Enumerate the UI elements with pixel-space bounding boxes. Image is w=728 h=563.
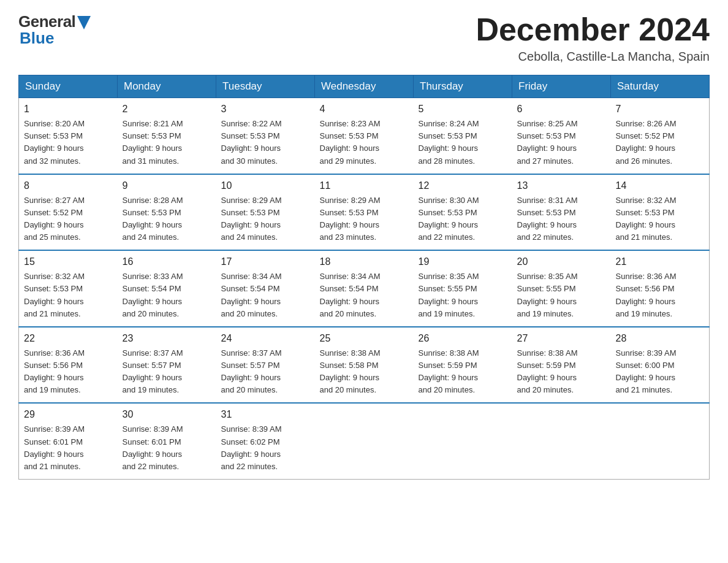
- day-number: 7: [616, 102, 705, 117]
- day-number: 20: [517, 255, 606, 269]
- day-number: 31: [221, 407, 310, 422]
- calendar-cell: 12Sunrise: 8:30 AMSunset: 5:53 PMDayligh…: [414, 174, 512, 251]
- day-number: 22: [24, 331, 113, 346]
- calendar-header-row: SundayMondayTuesdayWednesdayThursdayFrid…: [19, 75, 710, 98]
- day-number: 29: [24, 407, 113, 422]
- day-info: Sunrise: 8:39 AMSunset: 6:01 PMDaylight:…: [123, 423, 211, 473]
- calendar-week-row: 29Sunrise: 8:39 AMSunset: 6:01 PMDayligh…: [19, 403, 710, 479]
- day-info: Sunrise: 8:21 AMSunset: 5:53 PMDaylight:…: [123, 118, 211, 167]
- calendar-cell: 18Sunrise: 8:34 AMSunset: 5:54 PMDayligh…: [315, 250, 414, 327]
- location-subtitle: Cebolla, Castille-La Mancha, Spain: [476, 50, 710, 64]
- col-header-tuesday: Tuesday: [216, 75, 315, 98]
- calendar-cell: 26Sunrise: 8:38 AMSunset: 5:59 PMDayligh…: [414, 327, 512, 404]
- day-info: Sunrise: 8:32 AMSunset: 5:53 PMDaylight:…: [24, 270, 113, 320]
- calendar-cell: 3Sunrise: 8:22 AMSunset: 5:53 PMDaylight…: [216, 98, 315, 174]
- calendar-cell: 10Sunrise: 8:29 AMSunset: 5:53 PMDayligh…: [216, 174, 315, 251]
- calendar-cell: 1Sunrise: 8:20 AMSunset: 5:53 PMDaylight…: [19, 98, 118, 174]
- col-header-wednesday: Wednesday: [315, 75, 414, 98]
- calendar-cell: 31Sunrise: 8:39 AMSunset: 6:02 PMDayligh…: [216, 403, 315, 479]
- calendar-cell: 24Sunrise: 8:37 AMSunset: 5:57 PMDayligh…: [216, 327, 315, 404]
- day-number: 25: [320, 331, 409, 346]
- day-info: Sunrise: 8:32 AMSunset: 5:53 PMDaylight:…: [616, 194, 705, 244]
- day-info: Sunrise: 8:27 AMSunset: 5:52 PMDaylight:…: [24, 194, 113, 244]
- day-info: Sunrise: 8:38 AMSunset: 5:58 PMDaylight:…: [320, 347, 409, 397]
- calendar-cell: 13Sunrise: 8:31 AMSunset: 5:53 PMDayligh…: [512, 174, 611, 251]
- day-info: Sunrise: 8:35 AMSunset: 5:55 PMDaylight:…: [517, 270, 606, 320]
- day-number: 23: [123, 331, 211, 346]
- day-number: 12: [419, 178, 507, 193]
- calendar-week-row: 1Sunrise: 8:20 AMSunset: 5:53 PMDaylight…: [19, 98, 710, 174]
- calendar-cell: 21Sunrise: 8:36 AMSunset: 5:56 PMDayligh…: [611, 250, 710, 327]
- day-number: 13: [517, 178, 606, 193]
- day-info: Sunrise: 8:37 AMSunset: 5:57 PMDaylight:…: [123, 347, 211, 397]
- day-info: Sunrise: 8:26 AMSunset: 5:52 PMDaylight:…: [616, 118, 705, 167]
- day-number: 2: [123, 102, 211, 117]
- calendar-cell: 2Sunrise: 8:21 AMSunset: 5:53 PMDaylight…: [118, 98, 216, 174]
- calendar-week-row: 22Sunrise: 8:36 AMSunset: 5:56 PMDayligh…: [19, 327, 710, 404]
- day-number: 5: [419, 102, 507, 117]
- day-info: Sunrise: 8:34 AMSunset: 5:54 PMDaylight:…: [221, 270, 310, 320]
- calendar-cell: 28Sunrise: 8:39 AMSunset: 6:00 PMDayligh…: [611, 327, 710, 404]
- day-info: Sunrise: 8:28 AMSunset: 5:53 PMDaylight:…: [123, 194, 211, 244]
- calendar-cell: 23Sunrise: 8:37 AMSunset: 5:57 PMDayligh…: [118, 327, 216, 404]
- col-header-thursday: Thursday: [414, 75, 512, 98]
- day-info: Sunrise: 8:38 AMSunset: 5:59 PMDaylight:…: [419, 347, 507, 397]
- day-info: Sunrise: 8:20 AMSunset: 5:53 PMDaylight:…: [24, 118, 113, 167]
- day-number: 3: [221, 102, 310, 117]
- calendar-cell: 7Sunrise: 8:26 AMSunset: 5:52 PMDaylight…: [611, 98, 710, 174]
- calendar-cell: 6Sunrise: 8:25 AMSunset: 5:53 PMDaylight…: [512, 98, 611, 174]
- calendar-cell: 8Sunrise: 8:27 AMSunset: 5:52 PMDaylight…: [19, 174, 118, 251]
- calendar-cell: 17Sunrise: 8:34 AMSunset: 5:54 PMDayligh…: [216, 250, 315, 327]
- page-header: General Blue December 2024 Cebolla, Cast…: [18, 12, 710, 64]
- day-number: 30: [123, 407, 211, 422]
- day-info: Sunrise: 8:36 AMSunset: 5:56 PMDaylight:…: [24, 347, 113, 397]
- calendar-cell: [414, 403, 512, 479]
- day-info: Sunrise: 8:39 AMSunset: 6:00 PMDaylight:…: [616, 347, 705, 397]
- day-number: 17: [221, 255, 310, 269]
- calendar-cell: 5Sunrise: 8:24 AMSunset: 5:53 PMDaylight…: [414, 98, 512, 174]
- calendar-cell: 15Sunrise: 8:32 AMSunset: 5:53 PMDayligh…: [19, 250, 118, 327]
- calendar-cell: [512, 403, 611, 479]
- col-header-sunday: Sunday: [19, 75, 118, 98]
- calendar-cell: 9Sunrise: 8:28 AMSunset: 5:53 PMDaylight…: [118, 174, 216, 251]
- calendar-table: SundayMondayTuesdayWednesdayThursdayFrid…: [18, 75, 710, 480]
- calendar-cell: 22Sunrise: 8:36 AMSunset: 5:56 PMDayligh…: [19, 327, 118, 404]
- day-number: 8: [24, 178, 113, 193]
- day-number: 9: [123, 178, 211, 193]
- day-number: 27: [517, 331, 606, 346]
- day-number: 28: [616, 331, 705, 346]
- col-header-monday: Monday: [118, 75, 216, 98]
- calendar-cell: 27Sunrise: 8:38 AMSunset: 5:59 PMDayligh…: [512, 327, 611, 404]
- day-info: Sunrise: 8:22 AMSunset: 5:53 PMDaylight:…: [221, 118, 310, 167]
- day-info: Sunrise: 8:24 AMSunset: 5:53 PMDaylight:…: [419, 118, 507, 167]
- day-number: 26: [419, 331, 507, 346]
- day-info: Sunrise: 8:23 AMSunset: 5:53 PMDaylight:…: [320, 118, 409, 167]
- calendar-cell: 19Sunrise: 8:35 AMSunset: 5:55 PMDayligh…: [414, 250, 512, 327]
- day-number: 21: [616, 255, 705, 269]
- calendar-cell: 4Sunrise: 8:23 AMSunset: 5:53 PMDaylight…: [315, 98, 414, 174]
- day-info: Sunrise: 8:33 AMSunset: 5:54 PMDaylight:…: [123, 270, 211, 320]
- calendar-cell: 29Sunrise: 8:39 AMSunset: 6:01 PMDayligh…: [19, 403, 118, 479]
- calendar-cell: 30Sunrise: 8:39 AMSunset: 6:01 PMDayligh…: [118, 403, 216, 479]
- calendar-week-row: 15Sunrise: 8:32 AMSunset: 5:53 PMDayligh…: [19, 250, 710, 327]
- logo: General Blue: [18, 12, 91, 48]
- month-year-title: December 2024: [476, 12, 710, 47]
- day-info: Sunrise: 8:37 AMSunset: 5:57 PMDaylight:…: [221, 347, 310, 397]
- day-number: 6: [517, 102, 606, 117]
- calendar-cell: [315, 403, 414, 479]
- col-header-friday: Friday: [512, 75, 611, 98]
- day-info: Sunrise: 8:39 AMSunset: 6:02 PMDaylight:…: [221, 423, 310, 473]
- day-number: 11: [320, 178, 409, 193]
- day-number: 19: [419, 255, 507, 269]
- calendar-cell: 14Sunrise: 8:32 AMSunset: 5:53 PMDayligh…: [611, 174, 710, 251]
- day-number: 24: [221, 331, 310, 346]
- calendar-week-row: 8Sunrise: 8:27 AMSunset: 5:52 PMDaylight…: [19, 174, 710, 251]
- day-info: Sunrise: 8:29 AMSunset: 5:53 PMDaylight:…: [320, 194, 409, 244]
- day-info: Sunrise: 8:25 AMSunset: 5:53 PMDaylight:…: [517, 118, 606, 167]
- calendar-cell: 20Sunrise: 8:35 AMSunset: 5:55 PMDayligh…: [512, 250, 611, 327]
- day-info: Sunrise: 8:39 AMSunset: 6:01 PMDaylight:…: [24, 423, 113, 473]
- svg-marker-0: [77, 16, 91, 29]
- calendar-cell: 11Sunrise: 8:29 AMSunset: 5:53 PMDayligh…: [315, 174, 414, 251]
- day-info: Sunrise: 8:38 AMSunset: 5:59 PMDaylight:…: [517, 347, 606, 397]
- day-number: 15: [24, 255, 113, 269]
